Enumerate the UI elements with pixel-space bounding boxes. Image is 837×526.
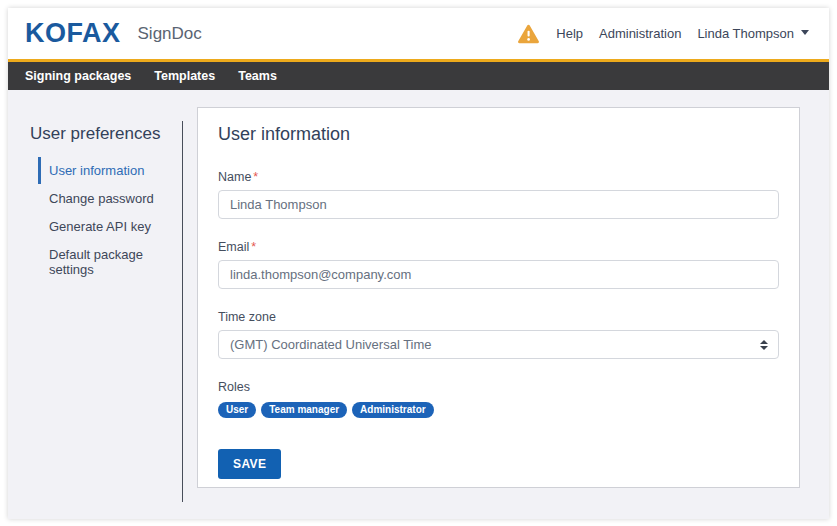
email-field-group: Email* — [218, 240, 779, 289]
sidebar-item-change-password[interactable]: Change password — [38, 185, 189, 212]
app-window: KOFAX SignDoc Help Administration Linda … — [8, 8, 829, 519]
required-asterisk: * — [253, 170, 258, 184]
save-button[interactable]: SAVE — [218, 449, 281, 479]
sidebar-item-generate-api-key[interactable]: Generate API key — [38, 213, 189, 240]
role-badge-administrator: Administrator — [352, 402, 434, 418]
sidebar: User preferences User information Change… — [8, 90, 189, 284]
user-menu[interactable]: Linda Thompson — [697, 26, 809, 41]
product-name: SignDoc — [138, 24, 202, 44]
vertical-divider — [182, 121, 183, 502]
timezone-label: Time zone — [218, 310, 779, 324]
content-area: User preferences User information Change… — [8, 90, 829, 519]
help-link[interactable]: Help — [556, 26, 583, 41]
nav-item-teams[interactable]: Teams — [238, 69, 277, 83]
roles-field-group: Roles User Team manager Administrator — [218, 380, 779, 418]
role-badge-user: User — [218, 402, 256, 418]
sidebar-item-user-information[interactable]: User information — [38, 157, 189, 184]
email-label-text: Email — [218, 240, 249, 254]
panel-title: User information — [218, 124, 779, 145]
warning-icon[interactable] — [517, 24, 540, 44]
chevron-down-icon — [801, 30, 809, 35]
nav-item-templates[interactable]: Templates — [154, 69, 215, 83]
timezone-field-group: Time zone (GMT) Coordinated Universal Ti… — [218, 310, 779, 359]
role-badge-team-manager: Team manager — [261, 402, 347, 418]
roles-label: Roles — [218, 380, 779, 394]
email-label: Email* — [218, 240, 779, 254]
sidebar-title: User preferences — [30, 124, 189, 144]
timezone-selected-value: (GMT) Coordinated Universal Time — [230, 337, 432, 352]
user-menu-label: Linda Thompson — [697, 26, 794, 41]
main-nav: Signing packages Templates Teams — [8, 62, 829, 90]
top-bar-right: Help Administration Linda Thompson — [517, 24, 809, 44]
administration-link[interactable]: Administration — [599, 26, 681, 41]
name-field-group: Name* — [218, 170, 779, 219]
user-information-panel: User information Name* Email* Time zone … — [197, 107, 800, 488]
roles-badges: User Team manager Administrator — [218, 402, 779, 418]
name-label-text: Name — [218, 170, 251, 184]
select-updown-icon — [760, 340, 768, 350]
kofax-logo[interactable]: KOFAX — [25, 18, 121, 49]
nav-item-signing-packages[interactable]: Signing packages — [25, 69, 131, 83]
required-asterisk: * — [251, 240, 256, 254]
email-input[interactable] — [218, 260, 779, 289]
timezone-select[interactable]: (GMT) Coordinated Universal Time — [218, 330, 779, 359]
sidebar-list: User information Change password Generat… — [8, 157, 189, 283]
name-input[interactable] — [218, 190, 779, 219]
name-label: Name* — [218, 170, 779, 184]
top-bar: KOFAX SignDoc Help Administration Linda … — [8, 8, 829, 59]
sidebar-item-default-package-settings[interactable]: Default package settings — [38, 241, 189, 283]
